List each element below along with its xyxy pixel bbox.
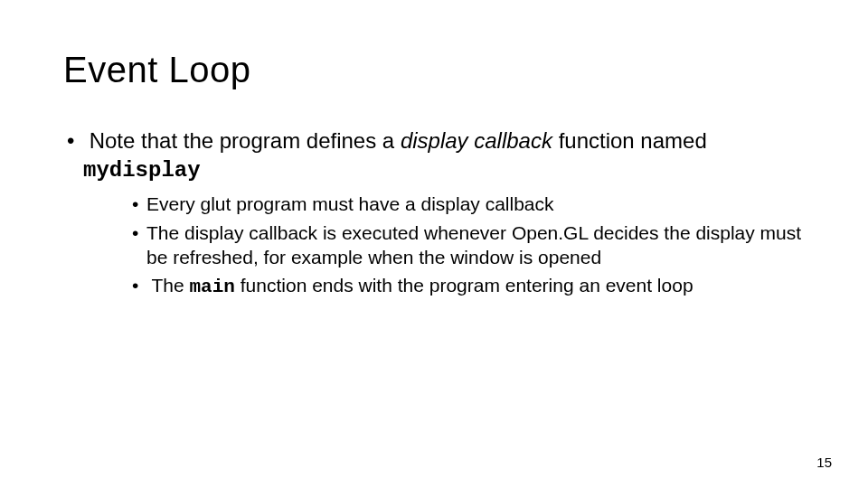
bullet-1-emphasis: display callback [401,128,552,153]
bullet-list: Note that the program defines a display … [63,127,805,300]
sub-bullet-3: The main function ends with the program … [128,273,805,299]
bullet-1-mid: function named [552,128,707,153]
bullet-1-pre: Note that the program defines a [90,128,401,153]
bullet-1-code: mydisplay [83,158,201,183]
sub-3-pre: The [151,275,189,296]
sub-bullet-2: The display callback is executed wheneve… [128,221,805,270]
sub-bullet-list: Every glut program must have a display c… [128,192,805,299]
slide-title: Event Loop [63,50,805,90]
slide: Event Loop Note that the program defines… [0,0,868,488]
sub-bullet-1: Every glut program must have a display c… [128,192,805,216]
page-number: 15 [816,455,832,470]
bullet-item-1: Note that the program defines a display … [63,127,805,300]
sub-3-post: function ends with the program entering … [235,275,693,296]
sub-3-code: main [190,277,235,297]
